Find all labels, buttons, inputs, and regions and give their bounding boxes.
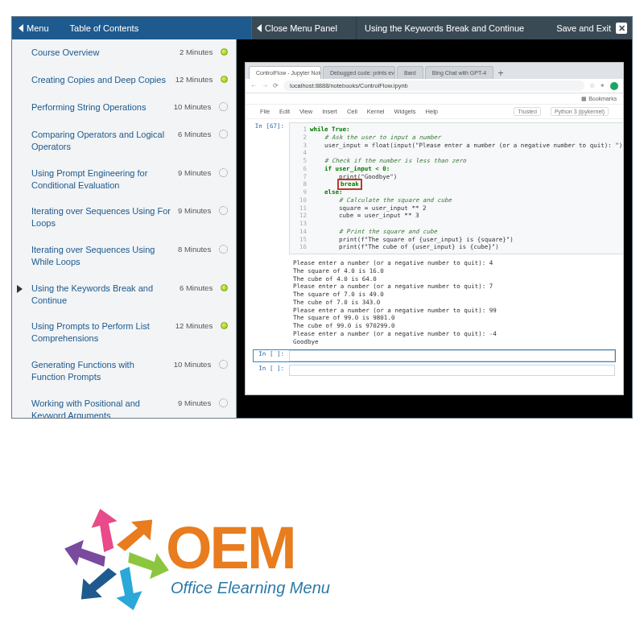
toc-item-label: Using the Keywords Break and Continue bbox=[31, 283, 180, 307]
toc-item[interactable]: Working with Positional and Keyword Argu… bbox=[12, 390, 236, 418]
learning-app: Menu Table of Contents Close Menu Panel … bbox=[11, 16, 633, 419]
toc-item-duration: 12 Minutes bbox=[175, 321, 213, 330]
nav-back-icon[interactable]: ← bbox=[250, 82, 257, 89]
logo-title: OEM bbox=[166, 522, 330, 576]
chevron-left-icon bbox=[257, 24, 262, 32]
reload-icon[interactable]: ⟳ bbox=[273, 82, 279, 89]
toc-item-label: Generating Functions with Function Promp… bbox=[31, 359, 174, 383]
toc-item-duration: 6 Minutes bbox=[178, 130, 211, 138]
lesson-title: Using the Keywords Break and Continue bbox=[365, 23, 524, 33]
chevron-left-icon bbox=[19, 24, 23, 32]
output-block: Please enter a number (or a negative num… bbox=[289, 258, 615, 347]
status-progress-icon bbox=[219, 102, 228, 111]
profile-avatar[interactable] bbox=[610, 82, 618, 90]
toc-item-label: Working with Positional and Keyword Argu… bbox=[31, 398, 178, 418]
status-done-icon bbox=[221, 48, 228, 56]
browser-tab[interactable]: Bard bbox=[397, 66, 423, 79]
toc-item-duration: 9 Minutes bbox=[178, 168, 211, 177]
toc-item[interactable]: Course Overview 2 Minutes bbox=[12, 39, 236, 67]
close-panel-button[interactable]: Close Menu Panel bbox=[252, 17, 357, 39]
status-progress-icon bbox=[219, 398, 228, 407]
top-bar: Menu Table of Contents Close Menu Panel … bbox=[12, 17, 632, 39]
logo-tagline: Office Elearning Menu bbox=[171, 579, 330, 597]
jupyter-menu: FileEditViewInsertCellKernelWidgetsHelpT… bbox=[246, 105, 623, 119]
status-done-icon bbox=[221, 322, 228, 329]
toc-item[interactable]: Comparing Operators and Logical Operator… bbox=[12, 122, 236, 160]
new-tab-button[interactable]: + bbox=[495, 68, 506, 79]
jupyter-menu-item[interactable]: Edit bbox=[279, 108, 290, 115]
code-cell[interactable]: In [67]: 1while True:2 # Ask the user to… bbox=[254, 122, 615, 254]
kernel-badge: Python 3 (ipykernel) bbox=[551, 107, 609, 116]
menu-button[interactable]: Menu bbox=[12, 23, 56, 33]
cell-prompt: In [67]: bbox=[254, 122, 289, 254]
jupyter-menu-item[interactable]: Cell bbox=[347, 108, 357, 115]
browser-tab[interactable]: ControlFlow - Jupyter Noteb bbox=[249, 66, 321, 79]
topbar-left: Menu Table of Contents bbox=[12, 17, 252, 39]
jupyter-menu-item[interactable]: View bbox=[299, 108, 312, 115]
toc-item-duration: 12 Minutes bbox=[175, 75, 213, 84]
toc-item[interactable]: Creating Copies and Deep Copies 12 Minut… bbox=[12, 67, 236, 94]
app-body: Course Overview 2 Minutes Creating Copie… bbox=[12, 39, 632, 418]
browser-window: ControlFlow - Jupyter NotebDebugged code… bbox=[245, 62, 624, 395]
star-icon[interactable]: ☆ bbox=[589, 82, 595, 89]
ext-icon[interactable]: ✴ bbox=[600, 82, 605, 89]
bookmarks-label[interactable]: ▦ Bookmarks bbox=[581, 96, 617, 102]
toc-item-duration: 2 Minutes bbox=[180, 47, 213, 56]
menu-label: Menu bbox=[27, 23, 49, 33]
lesson-title-bar: Using the Keywords Break and Continue bbox=[357, 17, 551, 39]
close-panel-label: Close Menu Panel bbox=[265, 23, 337, 33]
toc-item[interactable]: Performing String Operations 10 Minutes bbox=[12, 94, 236, 122]
toc-item-duration: 6 Minutes bbox=[180, 283, 213, 292]
address-input[interactable]: localhost:8888/notebooks/ControlFlow.ipy… bbox=[283, 80, 584, 91]
toc-item-label: Course Overview bbox=[31, 47, 180, 59]
close-icon: ✕ bbox=[616, 23, 627, 34]
toc-item[interactable]: Iterating over Sequences Using For Loops… bbox=[12, 198, 236, 237]
save-exit-label: Save and Exit bbox=[556, 23, 611, 33]
toc-item[interactable]: Iterating over Sequences Using While Loo… bbox=[12, 237, 236, 275]
brand-logo: OEM Office Elearning Menu bbox=[64, 507, 330, 612]
save-exit-button[interactable]: Save and Exit ✕ bbox=[551, 17, 632, 39]
bookmarks-row: ▦ Bookmarks bbox=[246, 93, 623, 105]
toc-item-label: Using Prompts to Perform List Comprehens… bbox=[31, 320, 175, 345]
status-progress-icon bbox=[219, 206, 228, 215]
toc-item-duration: 9 Minutes bbox=[178, 206, 211, 215]
browser-tab[interactable]: Bing Chat with GPT-4 bbox=[425, 66, 493, 79]
status-progress-icon bbox=[219, 245, 228, 254]
browser-tab[interactable]: Debugged code: prints even n bbox=[323, 66, 395, 79]
code-block: 1while True:2 # Ask the user to input a … bbox=[289, 122, 623, 254]
toc-item-label: Iterating over Sequences Using While Loo… bbox=[31, 244, 178, 268]
toc-item-label: Performing String Operations bbox=[31, 101, 174, 114]
logo-text: OEM Office Elearning Menu bbox=[166, 522, 330, 597]
toc-item-duration: 10 Minutes bbox=[174, 102, 211, 111]
address-bar-row: ← → ⟳ localhost:8888/notebooks/ControlFl… bbox=[246, 79, 623, 93]
status-progress-icon bbox=[219, 168, 228, 177]
notebook-body[interactable]: In [67]: 1while True:2 # Ask the user to… bbox=[246, 119, 623, 394]
empty-cell[interactable]: In [ ]: bbox=[254, 365, 615, 376]
arrows-icon bbox=[64, 507, 169, 612]
toc-item-label: Creating Copies and Deep Copies bbox=[31, 74, 175, 86]
toc-item-label: Comparing Operators and Logical Operator… bbox=[31, 129, 178, 153]
video-area: ControlFlow - Jupyter NotebDebugged code… bbox=[237, 39, 632, 418]
toc-sidebar[interactable]: Course Overview 2 Minutes Creating Copie… bbox=[12, 39, 237, 418]
jupyter-menu-item[interactable]: File bbox=[260, 108, 270, 115]
toc-item[interactable]: Using Prompt Engineering for Conditional… bbox=[12, 160, 236, 199]
status-progress-icon bbox=[219, 360, 228, 369]
toc-item-label: Using Prompt Engineering for Conditional… bbox=[31, 167, 178, 192]
toc-item[interactable]: Generating Functions with Function Promp… bbox=[12, 352, 236, 390]
jupyter-menu-item[interactable]: Insert bbox=[322, 108, 337, 115]
jupyter-menu-item[interactable]: Kernel bbox=[367, 108, 385, 115]
toc-item-duration: 9 Minutes bbox=[178, 398, 211, 407]
status-done-icon bbox=[221, 284, 228, 291]
toc-item-duration: 10 Minutes bbox=[174, 360, 211, 369]
jupyter-menu-item[interactable]: Help bbox=[426, 108, 438, 115]
toc-item[interactable]: Using the Keywords Break and Continue 6 … bbox=[12, 275, 236, 314]
jupyter-menu-item[interactable]: Widgets bbox=[394, 108, 416, 115]
toc-item-duration: 8 Minutes bbox=[178, 245, 211, 254]
toc-item[interactable]: Using Prompts to Perform List Comprehens… bbox=[12, 313, 236, 352]
status-progress-icon bbox=[219, 130, 228, 138]
nav-fwd-icon[interactable]: → bbox=[262, 82, 268, 89]
status-done-icon bbox=[221, 76, 228, 83]
empty-cell[interactable]: In [ ]: bbox=[254, 350, 615, 361]
output-cell: Please enter a number (or a negative num… bbox=[254, 258, 615, 347]
trusted-badge: Trusted bbox=[514, 107, 540, 116]
